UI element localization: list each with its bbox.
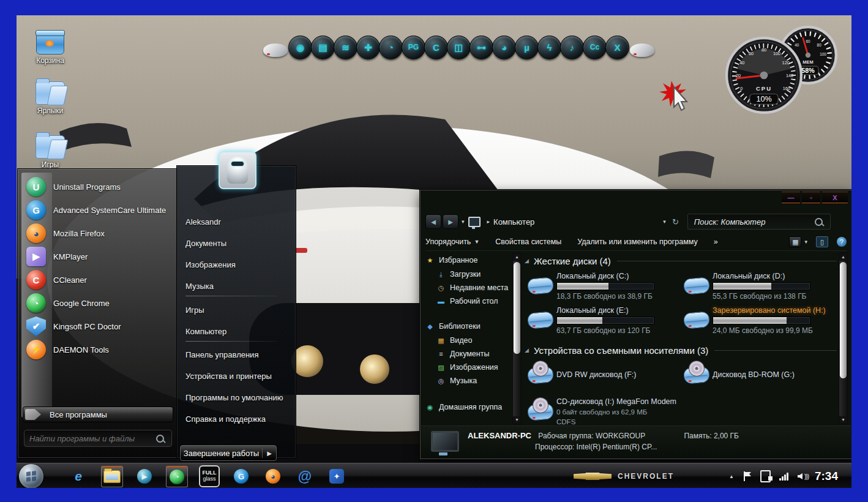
music-note-icon[interactable]: ♪: [560, 36, 584, 59]
breadcrumb[interactable]: Компьютер: [493, 217, 534, 227]
nav-history-dropdown-icon[interactable]: ▾: [462, 219, 465, 225]
desktop-icon-shortcuts[interactable]: Ярлыки: [24, 81, 77, 115]
nav-item-music[interactable]: ◎Музыка: [425, 374, 511, 388]
organize-menu[interactable]: Упорядочить▼: [425, 238, 479, 246]
dvd-icon[interactable]: ◉: [288, 36, 312, 59]
nav-item-desktop[interactable]: ▬Рабочий стол: [425, 294, 511, 308]
start-button[interactable]: [19, 464, 43, 488]
start-menu-item-uninstall-programs[interactable]: UUninstall Programs: [24, 175, 173, 198]
section-removable-header[interactable]: ◢ Устройства со съемными носителями (3): [525, 342, 837, 358]
scroll-down-arrow[interactable]: ▼: [839, 416, 847, 424]
start-menu-help-support-link[interactable]: Справка и поддержка: [185, 411, 290, 427]
drive-g[interactable]: Дисковод BD-ROM (G:): [681, 358, 837, 392]
firefox-icon[interactable]: ◕: [492, 36, 516, 59]
x-icon[interactable]: X: [605, 36, 629, 59]
refresh-icon[interactable]: ↻: [672, 217, 679, 227]
action-center-flag-icon[interactable]: [744, 471, 752, 481]
start-menu-documents-link[interactable]: Документы: [185, 235, 290, 251]
start-menu-item-google-chrome[interactable]: ◔Google Chrome: [24, 291, 173, 315]
scroll-up-arrow[interactable]: ▲: [513, 253, 521, 261]
taskbar-wmp-icon[interactable]: ▶: [134, 466, 155, 486]
taskbar-chrome-icon[interactable]: ◔: [166, 466, 188, 487]
nav-item-pictures[interactable]: ▨Изображения: [425, 361, 511, 374]
volume-waves-icon[interactable]: ))): [804, 473, 809, 480]
start-menu-item-advanced-systemcare[interactable]: GAdvanced SystemCare Ultimate: [24, 198, 173, 222]
scroll-up-arrow[interactable]: ▲: [839, 253, 847, 261]
back-button[interactable]: ◀: [425, 214, 441, 229]
start-menu-control-panel-link[interactable]: Панель управления: [185, 347, 290, 362]
start-menu-default-programs-link[interactable]: Программы по умолчанию: [185, 389, 290, 405]
safely-remove-hardware-icon[interactable]: [760, 470, 771, 482]
start-menu-item-ccleaner[interactable]: CCCleaner: [24, 268, 173, 291]
taskbar-mailru-icon[interactable]: @: [294, 466, 315, 486]
shield-icon[interactable]: ✚: [356, 36, 380, 59]
drive-f[interactable]: DVD RW дисковод (F:): [525, 358, 681, 392]
tray-show-hidden-icon[interactable]: ▲: [729, 474, 734, 479]
collapse-triangle-icon[interactable]: ◢: [525, 258, 529, 264]
laptop-icon[interactable]: ▤: [311, 36, 335, 59]
start-menu-item-kingsoft-pc-doctor[interactable]: ✔Kingsoft PC Doctor: [24, 315, 173, 338]
nav-item-video[interactable]: ▦Видео: [425, 334, 511, 347]
scrollbar-thumb[interactable]: [514, 262, 520, 354]
desktop-icon-games[interactable]: Игры: [24, 135, 77, 169]
forward-button[interactable]: ▶: [443, 214, 458, 229]
help-icon[interactable]: ?: [837, 237, 847, 247]
start-menu-pictures-link[interactable]: Изображения: [185, 257, 290, 272]
desktop-icon-recycle-bin[interactable]: Корзина: [24, 32, 77, 65]
start-menu-item-mozilla-firefox[interactable]: ◕Mozilla Firefox: [24, 222, 173, 245]
start-menu-games-link[interactable]: Игры: [185, 302, 290, 318]
taskbar-systemcare-icon[interactable]: G: [231, 466, 252, 486]
minimize-button[interactable]: —: [782, 192, 800, 203]
dock-endcap-left-icon[interactable]: [263, 43, 288, 57]
user-avatar[interactable]: [219, 151, 256, 189]
nav-item-recent-places[interactable]: ◷Недавние места: [425, 281, 511, 294]
start-menu-devices-printers-link[interactable]: Устройства и принтеры: [185, 368, 290, 384]
cc-icon[interactable]: Cc: [583, 36, 607, 59]
section-hard-disks-header[interactable]: ◢ Жесткие диски (4): [525, 253, 837, 269]
drive-d[interactable]: Локальный диск (D:) 55,3 ГБ свободно из …: [681, 269, 837, 303]
start-menu-music-link[interactable]: Музыка: [185, 278, 290, 294]
start-menu-computer-link[interactable]: Компьютер: [185, 323, 290, 339]
router-icon[interactable]: ≋: [334, 36, 357, 59]
taskbar-firefox-icon[interactable]: ◕: [263, 466, 283, 486]
volume-icon[interactable]: [798, 473, 803, 479]
nav-item-documents[interactable]: ≡Документы: [425, 347, 511, 361]
all-programs-button[interactable]: Все программы: [23, 406, 173, 422]
chrome-icon[interactable]: ◔: [379, 36, 403, 59]
nav-favorites-group[interactable]: ★Избранное: [425, 253, 511, 268]
start-search-input[interactable]: [24, 434, 156, 443]
maximize-button[interactable]: ▫: [802, 192, 820, 203]
start-menu-user-link[interactable]: Aleksandr: [185, 214, 290, 230]
taskbar-fullglass-icon[interactable]: FULLglass: [199, 466, 220, 486]
start-menu-item-kmplayer[interactable]: ▶KMPlayer: [24, 245, 173, 268]
scroll-down-arrow[interactable]: ▼: [513, 416, 521, 424]
address-dropdown-icon[interactable]: ▾: [663, 219, 666, 225]
taskbar-image-editor-icon[interactable]: ✦: [326, 466, 347, 486]
nav-libraries-group[interactable]: ◆Библиотеки: [425, 319, 511, 334]
taskbar-ie-icon[interactable]: e: [68, 466, 89, 486]
taskbar-explorer-icon[interactable]: [101, 466, 123, 487]
gamepad-icon[interactable]: ◫: [447, 36, 471, 59]
dock-endcap-right-icon[interactable]: [630, 43, 654, 57]
shutdown-options-arrow-icon[interactable]: ▶: [263, 450, 276, 457]
system-properties-button[interactable]: Свойства системы: [495, 238, 561, 246]
close-button[interactable]: X: [822, 192, 848, 203]
drive-c[interactable]: Локальный диск (C:) 18,3 ГБ свободно из …: [525, 269, 681, 303]
car-icon[interactable]: ⊶: [470, 36, 493, 59]
views-dropdown-icon[interactable]: ▾: [804, 239, 807, 245]
drive-h[interactable]: Зарезервировано системой (H:) 24,0 МБ св…: [681, 303, 837, 337]
nav-pane-scrollbar[interactable]: ▲ ▼: [512, 253, 522, 424]
preview-pane-icon[interactable]: ▯: [816, 236, 828, 247]
scrollbar-thumb[interactable]: [840, 262, 847, 378]
more-commands-button[interactable]: »: [714, 238, 718, 246]
start-search-box[interactable]: [24, 430, 172, 447]
corel-icon[interactable]: C: [424, 36, 448, 59]
content-scrollbar[interactable]: ▲ ▼: [839, 253, 848, 424]
collapse-triangle-icon[interactable]: ◢: [525, 347, 529, 353]
nav-item-downloads[interactable]: ⤓Загрузки: [425, 268, 511, 281]
shutdown-button[interactable]: Завершение работы ▶: [180, 445, 277, 461]
winamp-icon[interactable]: ϟ: [537, 36, 561, 59]
drive-e[interactable]: Локальный диск (E:) 63,7 ГБ свободно из …: [525, 303, 681, 337]
views-icon[interactable]: ▦: [789, 236, 801, 247]
taskbar-clock[interactable]: 7:34: [815, 470, 838, 483]
